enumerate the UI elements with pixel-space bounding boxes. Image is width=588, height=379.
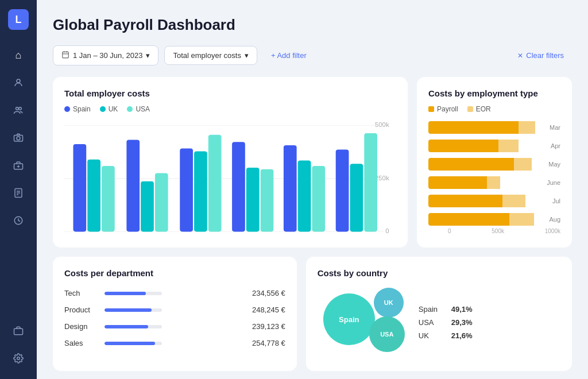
legend-eor: EOR [467, 105, 491, 113]
svg-rect-26 [87, 160, 100, 232]
svg-rect-30 [141, 181, 154, 232]
dept-value-design: 239,123 € [168, 318, 285, 335]
legend-payroll: Payroll [428, 105, 458, 113]
svg-rect-15 [63, 52, 69, 58]
hbar-row-jul: Jul [428, 195, 560, 207]
cost-type-filter[interactable]: Total employer costs ▾ [164, 46, 257, 65]
svg-text:Feb: Feb [145, 235, 156, 236]
svg-rect-39 [261, 169, 274, 232]
svg-text:Apr: Apr [251, 235, 261, 236]
date-range-filter[interactable]: 1 Jan – 30 Jun, 2023 ▾ [53, 45, 158, 65]
cost-type-label: Total employer costs [173, 51, 241, 60]
total-employer-costs-card: Total employer costs Spain UK USA [53, 77, 408, 247]
hbar-axis: 0 500k 1000k [428, 228, 560, 234]
hbar-row-mar: Mar [428, 121, 560, 134]
svg-rect-47 [364, 133, 377, 231]
svg-rect-35 [208, 135, 222, 232]
bag-icon[interactable] [7, 319, 30, 342]
svg-rect-34 [194, 151, 207, 231]
country-costs-card: Costs by country Spain UK USA Spain 49,1… [306, 257, 572, 371]
country-stats: Spain 49,1% USA 29,3% UK 21,6% [419, 305, 473, 340]
home-icon[interactable]: ⌂ [7, 44, 30, 67]
hbar-payroll-jul [428, 195, 502, 207]
hbar-label-mar: Mar [544, 124, 560, 131]
bubble-uk: UK [374, 288, 404, 318]
dept-table: Tech 234,556 € Product 248,245 € [64, 285, 285, 351]
horizontal-bar-chart: Mar Apr May [428, 121, 560, 226]
svg-rect-42 [298, 161, 311, 232]
briefcase-icon[interactable] [7, 154, 30, 177]
svg-rect-41 [284, 145, 297, 231]
hbar-label-june: June [544, 179, 560, 186]
hbar-track-aug [428, 213, 541, 226]
team-icon[interactable] [7, 99, 30, 122]
hbar-track-june [428, 176, 541, 189]
hbar-row-aug: Aug [428, 213, 560, 226]
svg-rect-43 [312, 166, 325, 231]
stat-pct-spain: 49,1% [451, 305, 473, 314]
svg-point-14 [17, 357, 20, 360]
legend-spain: Spain [64, 105, 91, 113]
svg-rect-38 [246, 168, 260, 231]
bubble-spain: Spain [323, 293, 375, 345]
dept-bar-design [99, 318, 168, 335]
hbar-track-apr [428, 140, 541, 152]
bar-chart-area: 500k 250k 0 Jan Feb [64, 121, 396, 236]
svg-rect-37 [232, 142, 245, 231]
hbar-eor-apr [498, 140, 519, 152]
stat-row-spain: Spain 49,1% [419, 305, 473, 314]
hbar-label-apr: Apr [544, 142, 560, 149]
hbar-payroll-apr [428, 140, 498, 152]
table-row: Product 248,245 € [64, 301, 285, 318]
dept-bar-tech [99, 285, 168, 301]
dept-name-product: Product [64, 301, 99, 318]
dept-chart-title: Costs per department [64, 268, 285, 278]
hbar-eor-mar [519, 121, 535, 134]
table-row: Sales 254,778 € [64, 335, 285, 351]
dept-name-tech: Tech [64, 285, 99, 301]
settings-icon[interactable] [7, 347, 30, 370]
svg-text:0: 0 [385, 228, 389, 235]
clock-icon[interactable] [7, 209, 30, 232]
chevron-down-icon: ▾ [146, 51, 150, 60]
table-row: Design 239,123 € [64, 318, 285, 335]
country-chart-title: Costs by country [318, 268, 560, 278]
svg-text:May: May [303, 235, 315, 236]
dept-costs-card: Costs per department Tech 234,556 € Prod… [53, 257, 297, 371]
stat-row-usa: USA 29,3% [419, 318, 473, 327]
hbar-track-may [428, 158, 541, 171]
dept-bar-sales [99, 335, 168, 351]
legend-usa: USA [127, 105, 150, 113]
stat-name-uk: UK [419, 331, 444, 340]
close-icon: ✕ [517, 52, 523, 60]
user-icon[interactable] [7, 71, 30, 94]
add-filter-button[interactable]: + Add filter [263, 47, 315, 64]
svg-text:Jan: Jan [92, 235, 102, 236]
filter-bar: 1 Jan – 30 Jun, 2023 ▾ Total employer co… [53, 45, 572, 65]
document-icon[interactable] [7, 181, 30, 204]
camera-icon[interactable] [7, 126, 30, 149]
svg-point-0 [17, 79, 20, 83]
employment-chart-title: Costs by employment type [428, 88, 560, 98]
chevron-down-icon-2: ▾ [245, 51, 249, 60]
stat-pct-uk: 21,6% [451, 331, 473, 340]
hbar-label-may: May [544, 161, 560, 168]
bubble-chart: Spain UK USA [318, 285, 409, 359]
svg-rect-45 [336, 150, 349, 232]
stat-name-spain: Spain [419, 305, 444, 314]
stat-name-usa: USA [419, 318, 444, 327]
calendar-icon [61, 51, 69, 60]
bubble-usa: USA [369, 316, 405, 352]
dept-bar-product [99, 301, 168, 318]
hbar-payroll-may [428, 158, 514, 171]
bar-chart-svg: 500k 250k 0 Jan Feb [64, 121, 396, 236]
hbar-track-mar [428, 121, 541, 134]
employment-type-card: Costs by employment type Payroll EOR [417, 77, 572, 247]
clear-filters-button[interactable]: ✕ Clear filters [509, 47, 572, 64]
bottom-row: Costs per department Tech 234,556 € Prod… [53, 257, 572, 371]
country-content: Spain UK USA Spain 49,1% USA 29,3% [318, 285, 560, 359]
svg-text:Mar: Mar [198, 235, 209, 236]
svg-text:500k: 500k [375, 121, 389, 127]
hbar-label-aug: Aug [544, 216, 560, 223]
logo: L [8, 9, 29, 30]
